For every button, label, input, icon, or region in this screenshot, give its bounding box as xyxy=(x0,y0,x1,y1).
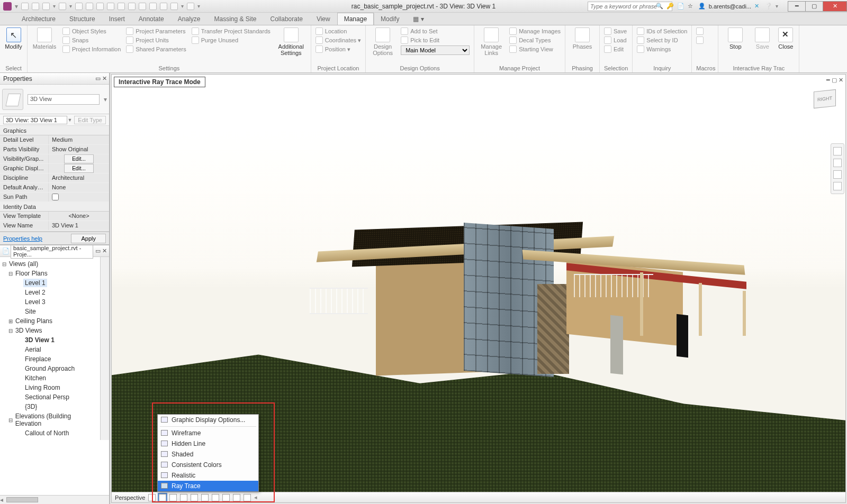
snaps-button[interactable]: Snaps xyxy=(62,36,121,44)
macros-manager-icon[interactable] xyxy=(696,28,704,35)
close-button[interactable]: ✕ xyxy=(823,1,847,12)
rt-save-button[interactable]: Save xyxy=(753,28,771,50)
tab-collaborate[interactable]: Collaborate xyxy=(264,13,310,25)
transfer-standards-button[interactable]: Transfer Project Standards xyxy=(192,28,271,35)
tree-site[interactable]: Site xyxy=(23,307,38,316)
section-identity[interactable]: Identity Data xyxy=(0,202,109,212)
pan-icon[interactable] xyxy=(833,159,842,167)
infocenter-sub-icon[interactable]: 📄 xyxy=(677,3,684,10)
tab-annotate[interactable]: Annotate xyxy=(132,13,171,25)
tab-manage[interactable]: Manage xyxy=(337,13,374,25)
modify-button[interactable]: ↖Modify xyxy=(4,28,23,50)
visual-style-button[interactable] xyxy=(159,494,166,501)
parts-visibility-value[interactable]: Show Original xyxy=(49,145,109,154)
purge-unused-button[interactable]: Purge Unused xyxy=(192,36,271,44)
qat-tag-icon[interactable] xyxy=(107,3,114,10)
tree-aerial[interactable]: Aerial xyxy=(23,345,43,354)
tree-elevations[interactable]: Elevations (Building Elevation xyxy=(14,412,99,428)
section-graphics[interactable]: Graphics xyxy=(0,126,109,135)
navigation-bar[interactable] xyxy=(831,143,844,194)
user-icon[interactable]: 👤 xyxy=(698,3,706,10)
view-template-value[interactable]: <None> xyxy=(49,212,109,221)
minimize-button[interactable]: ━ xyxy=(788,1,806,12)
macros-ide-icon[interactable] xyxy=(696,36,704,44)
stop-button[interactable]: Stop xyxy=(723,28,748,50)
menu-shaded[interactable]: Shaded xyxy=(158,449,258,460)
viewport-win-buttons[interactable]: ━ ▢ ✕ xyxy=(826,77,843,84)
add-to-set-button[interactable]: Add to Set xyxy=(401,28,470,35)
browser-hscroll[interactable]: ◂ xyxy=(0,495,109,504)
properties-header[interactable]: Properties▭ ✕ xyxy=(0,73,109,85)
sel-save-button[interactable]: Save xyxy=(604,28,627,35)
crop-region-icon[interactable] xyxy=(212,494,219,501)
maximize-button[interactable]: ▢ xyxy=(805,1,823,12)
project-parameters-button[interactable]: Project Parameters xyxy=(126,28,186,35)
project-units-button[interactable]: Project Units xyxy=(126,36,186,44)
project-info-button[interactable]: Project Information xyxy=(62,45,121,53)
qat-3d-icon[interactable] xyxy=(128,3,136,10)
browser-header[interactable]: 📄basic_sample_project.rvt - Proje...▭ ✕ xyxy=(0,245,109,257)
tab-massing[interactable]: Massing & Site xyxy=(207,13,263,25)
scale-icon[interactable] xyxy=(148,494,156,501)
help-icon[interactable]: ❔ xyxy=(765,3,772,10)
qat-text-icon[interactable] xyxy=(118,3,125,10)
location-button[interactable]: Location xyxy=(316,28,361,35)
tree-fireplace[interactable]: Fireplace xyxy=(23,355,52,363)
qat-redo-icon[interactable] xyxy=(59,3,66,10)
type-selector[interactable]: 3D View ▾ xyxy=(0,85,109,114)
properties-close-icon[interactable]: ▭ ✕ xyxy=(95,75,107,82)
perspective-label[interactable]: Perspective xyxy=(115,494,145,501)
tab-modify[interactable]: Modify xyxy=(374,13,406,25)
user-name[interactable]: b.arents@cadi... xyxy=(709,3,751,10)
browser-scrollbar[interactable] xyxy=(100,257,109,440)
infocenter-star-icon[interactable]: ☆ xyxy=(688,3,695,10)
qat-sync-icon[interactable] xyxy=(187,3,194,10)
apply-button[interactable]: Apply xyxy=(71,234,106,243)
viewcube[interactable]: RIGHT xyxy=(808,84,839,115)
manage-links-button[interactable]: Manage Links xyxy=(479,28,504,56)
starting-view-button[interactable]: Starting View xyxy=(509,45,561,53)
additional-settings-button[interactable]: Additional Settings xyxy=(276,28,307,56)
temp-hide-icon[interactable] xyxy=(233,494,240,501)
type-name[interactable]: 3D View xyxy=(28,94,100,105)
qat-dim-icon[interactable] xyxy=(96,3,104,10)
rt-close-button[interactable]: ✕Close xyxy=(777,28,795,50)
menu-graphic-display-options[interactable]: Graphic Display Options... xyxy=(158,415,258,425)
sun-path-icon[interactable] xyxy=(169,494,177,501)
qat-section-icon[interactable] xyxy=(139,3,146,10)
tree-3dview1[interactable]: 3D View 1 xyxy=(23,336,56,344)
tree-level3[interactable]: Level 3 xyxy=(23,298,47,306)
design-option-dropdown[interactable]: Main Model xyxy=(401,45,470,55)
tree-callout-north[interactable]: Callout of North xyxy=(23,429,70,437)
coordinates-button[interactable]: Coordinates ▾ xyxy=(316,36,361,44)
lock-3d-icon[interactable] xyxy=(222,494,230,501)
sel-load-button[interactable]: Load xyxy=(604,36,627,44)
qat-save-icon[interactable] xyxy=(32,3,39,10)
crop-view-icon[interactable] xyxy=(201,494,209,501)
tree-views-root[interactable]: Views (all) xyxy=(7,260,40,268)
select-by-id-button[interactable]: Select by ID xyxy=(637,36,687,44)
warnings-button[interactable]: Warnings xyxy=(637,45,687,53)
qat-thinlines-icon[interactable] xyxy=(149,3,157,10)
design-options-button[interactable]: Design Options xyxy=(370,28,395,56)
viewport[interactable]: Interactive Ray Trace Mode ━ ▢ ✕ RIGHT xyxy=(111,74,846,503)
edit-type-button[interactable]: Edit Type xyxy=(74,116,106,124)
menu-hidden-line[interactable]: Hidden Line xyxy=(158,438,258,449)
pick-to-edit-button[interactable]: Pick to Edit xyxy=(401,36,470,44)
visibility-graphics-edit-button[interactable]: Edit... xyxy=(64,154,94,163)
sel-edit-button[interactable]: Edit xyxy=(604,45,627,53)
rendering-dialog-icon[interactable] xyxy=(191,494,198,501)
qat-measure-icon[interactable] xyxy=(86,3,93,10)
menu-ray-trace[interactable]: Ray Trace xyxy=(158,481,258,491)
infocenter-key-icon[interactable]: 🔑 xyxy=(666,3,674,10)
menu-consistent-colors[interactable]: Consistent Colors xyxy=(158,460,258,470)
tab-analyze[interactable]: Analyze xyxy=(171,13,208,25)
discipline-value[interactable]: Architectural xyxy=(49,173,109,182)
tree-level1[interactable]: Level 1 xyxy=(23,279,47,287)
exchange-icon[interactable]: ✕ xyxy=(754,3,762,10)
tab-view[interactable]: View xyxy=(310,13,337,25)
materials-button[interactable]: Materials xyxy=(32,28,57,50)
tree-sectional-persp[interactable]: Sectional Persp xyxy=(23,393,71,401)
ids-selection-button[interactable]: IDs of Selection xyxy=(637,28,687,35)
zoom-icon[interactable] xyxy=(833,170,842,179)
